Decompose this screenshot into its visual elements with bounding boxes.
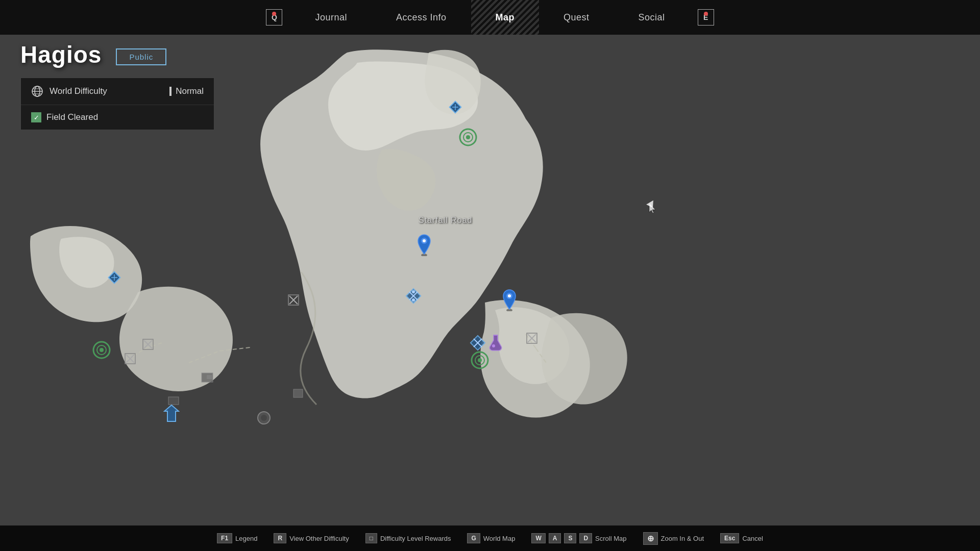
svg-marker-55 [164,405,179,421]
world-difficulty-label: World Difficulty [50,86,169,96]
player-pin-1 [416,234,432,258]
field-cleared-row: ✓ Field Cleared [21,105,214,130]
svg-point-42 [100,348,104,352]
bar-indicator [169,87,172,96]
zoom-key: ⊕ [643,532,658,545]
g-key: G [467,533,480,543]
objective-circle-2 [92,341,111,361]
bottom-bar: F1 Legend R View Other Difficulty □ Diff… [0,525,980,551]
f1-key: F1 [217,533,232,543]
svg-point-46 [412,290,415,293]
svg-point-36 [466,135,470,139]
world-difficulty-value: Normal [169,86,204,96]
view-difficulty-shortcut: R View Other Difficulty [274,533,349,543]
info-box: World Difficulty Normal ✓ Field Cleared [20,78,214,130]
globe-icon [31,85,43,97]
r-key: R [274,533,286,543]
zoom-label: Zoom In & Out [661,535,704,542]
location-title: Hagios [20,41,102,68]
svg-rect-21 [168,397,179,405]
zoom-shortcut: ⊕ Zoom In & Out [643,532,704,545]
checkbox-icon: ✓ [31,112,41,122]
svg-point-47 [412,298,415,302]
w-key: W [531,533,545,543]
svg-point-30 [508,294,511,297]
map-tab[interactable]: Map [471,0,540,35]
scroll-map-shortcut: W A S D Scroll Map [531,533,626,543]
svg-point-54 [478,358,482,362]
nav-diamond-3 [163,404,180,424]
access-info-tab[interactable]: Access Info [372,0,471,35]
svg-point-24 [261,415,267,421]
nav-diamond-2 [106,269,122,288]
side-panel: Hagios Public World Difficulty Normal [20,41,214,130]
svg-rect-20 [293,389,303,397]
objective-circle-1 [459,128,477,148]
flask-icon [487,333,504,354]
a-key: A [549,533,561,543]
q-dot [272,12,276,16]
svg-rect-22 [207,375,212,379]
world-map-shortcut: G World Map [467,533,515,543]
cancel-label: Cancel [742,535,763,542]
esc-key: Esc [720,533,739,543]
access-button[interactable]: Public [116,48,166,65]
field-cleared-label: Field Cleared [46,112,204,122]
difficulty-rewards-shortcut: □ Difficulty Level Rewards [365,533,451,543]
battle-icon-1 [403,286,424,308]
d-key: D [579,533,592,543]
social-tab[interactable]: Social [614,0,690,35]
journal-tab[interactable]: Journal [290,0,372,35]
nav-diamond-1 [447,99,463,117]
world-map-label: World Map [483,535,516,542]
legend-label: Legend [235,535,257,542]
square-key: □ [365,533,377,543]
svg-point-51 [492,344,495,347]
top-navigation: Q Journal Access Info Map Quest Social E [0,0,980,35]
player-pin-2 [501,289,518,313]
world-difficulty-row: World Difficulty Normal [21,78,214,105]
objective-circle-3 [471,351,489,371]
e-dot [704,12,708,16]
quest-tab[interactable]: Quest [539,0,614,35]
cancel-shortcut: Esc Cancel [720,533,763,543]
s-key: S [564,533,576,543]
svg-point-27 [423,239,426,242]
view-difficulty-label: View Other Difficulty [289,535,349,542]
difficulty-rewards-label: Difficulty Level Rewards [380,535,451,542]
legend-shortcut: F1 Legend [217,533,257,543]
scroll-map-label: Scroll Map [595,535,626,542]
